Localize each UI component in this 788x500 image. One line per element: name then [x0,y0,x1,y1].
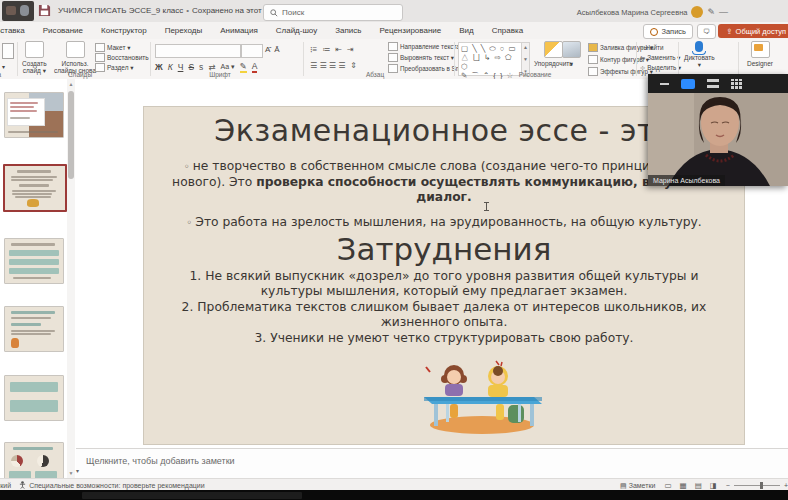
font-name-select[interactable] [155,44,241,58]
notes-splitter-icon[interactable]: ▾ [76,467,79,474]
paste-button[interactable]: ▾ [2,43,14,65]
tab-draw[interactable]: Рисование [34,26,92,35]
scroll-down-icon[interactable]: ▼ [67,470,75,476]
font-color-button[interactable]: А [252,61,258,73]
quick-styles-button[interactable]: ▾ [562,41,581,67]
tab-review[interactable]: Рецензирование [370,26,450,35]
accessibility-checker[interactable]: Специальные возможности: проверьте реком… [19,481,205,489]
paragraph-group-label: Абзац [345,71,405,78]
align-icons[interactable]: ☰ ☰ ☰ ☰ [310,61,345,70]
scrollbar-thumb[interactable] [68,91,74,179]
italic-button[interactable]: К [168,62,173,72]
account-name: Асылбекова Марина Сергеевна [577,8,688,17]
notes-toggle-button[interactable]: ▤ Заметки [620,482,655,490]
gallery-view-icon[interactable] [731,79,742,89]
replace-button[interactable]: ⇋Заменить ▾ [640,54,681,61]
notes-panel[interactable]: Щелкните, чтобы добавить заметки ▾ [76,448,788,479]
numbered-list[interactable]: 1.Не всякий выпускник «дозрел» до того у… [174,269,714,347]
numbering-button[interactable]: ≔ [322,45,330,54]
language-indicator[interactable]: русский [0,482,11,489]
scroll-up-icon[interactable]: ▲ [67,81,75,87]
slide-sorter-icon[interactable]: ▦ [680,481,687,490]
slide-thumbnail-panel: ▲ ▼ [0,79,77,478]
zoom-slider[interactable] [734,485,780,486]
reuse-slides-button[interactable]: Использ.слайды снова [54,41,96,74]
font-size-select[interactable] [241,44,263,58]
notes-placeholder[interactable]: Щелкните, чтобы добавить заметки [86,456,235,466]
zoom-control[interactable]: − + [726,482,788,489]
share-icon: ⇪ [726,27,732,36]
layout-button[interactable]: Макет ▾ [95,43,130,52]
grow-font-button[interactable]: А̂ [265,45,270,54]
video-call-overlay[interactable]: Марина Асылбекова [648,74,788,186]
designer-button[interactable]: Designer [747,41,773,67]
comment-icon: 🗨 [703,28,710,35]
ribbon-tabs: Вставка Рисование Конструктор Переходы А… [0,22,532,39]
tab-record[interactable]: Запись [326,26,370,35]
reset-button[interactable]: Восстановить [95,53,149,62]
new-slide-button[interactable]: Создатьслайд ▾ [22,41,47,74]
bold-button[interactable]: Ж [155,62,163,72]
window-corner-graphic [2,1,34,21]
slide-thumbnail-1[interactable] [4,92,64,138]
indent-increase-button[interactable]: ⇥ [347,45,354,54]
slide-body-text[interactable]: не творчество в собственном смысле слова… [156,159,732,239]
reading-view-icon[interactable]: ▤ [695,481,702,490]
drawing-group-label: Рисование [500,71,570,78]
microphone-icon [695,41,703,52]
account-area[interactable]: Асылбекова Марина Сергеевна ✎ — [577,6,728,18]
dictate-button[interactable]: Диктовать▾ [684,41,715,68]
zoom-out-button[interactable]: − [726,482,730,489]
change-case-button[interactable]: Аа ▾ [220,63,234,71]
comments-button[interactable]: 🗨 [697,24,716,39]
tab-help[interactable]: Справка [483,26,532,35]
meeting-frame-detail [82,492,302,499]
zoom-slider-knob[interactable] [760,482,763,489]
line-spacing-button[interactable]: ⇕ [350,61,357,70]
tab-view[interactable]: Вид [450,26,482,35]
slideshow-icon[interactable]: ◨ [710,481,717,490]
tab-transitions[interactable]: Переходы [156,26,212,35]
record-button[interactable]: Запись [643,24,693,39]
minimize-icon[interactable]: — [719,7,728,17]
slides-group-label: Слайды [50,71,110,78]
find-button[interactable]: ⌕Найти [640,43,681,51]
slide-thumbnail-5[interactable] [4,375,64,421]
video-overlay-toolbar [648,74,788,93]
accessibility-icon [19,481,26,489]
minimize-video-icon[interactable] [660,83,669,85]
slide-thumbnail-2-selected[interactable] [3,164,67,212]
slide-thumbnail-4[interactable] [4,306,64,352]
indent-decrease-button[interactable]: ⇤ [335,45,342,54]
title-bar: УЧИМСЯ ПИСАТЬ ЭССЕ_9 класс•Сохранено на … [0,0,788,23]
zoom-in-button[interactable]: + [784,482,788,489]
shrink-font-button[interactable]: А̌ [274,45,279,54]
share-button[interactable]: ⇪ Общий доступ [718,24,788,38]
search-input[interactable]: Поиск [263,4,403,21]
bullets-button[interactable]: ⁝≡ [310,45,317,54]
slide-subheading[interactable]: Затруднения [144,231,744,267]
list-view-icon[interactable] [707,79,719,88]
tab-animations[interactable]: Анимация [211,26,267,35]
thumbnail-scrollbar[interactable]: ▲ ▼ [67,79,75,478]
search-icon [270,9,278,17]
underline-button[interactable]: Ч [178,62,184,72]
slide-thumbnail-6[interactable] [4,442,64,478]
save-icon[interactable] [38,4,51,17]
tab-insert[interactable]: Вставка [0,26,34,35]
tab-design[interactable]: Конструктор [92,26,156,35]
tab-slideshow[interactable]: Слайд-шоу [267,26,326,35]
ribbon-tab-row: Вставка Рисование Конструктор Переходы А… [0,22,788,39]
list-item: 2.Проблематика текстов слишком бывает да… [174,300,714,330]
clipboard-group-label: Буфер обмена [0,71,14,78]
bullet-2: Это работа на зрелость мышления, на эруд… [156,215,732,231]
avatar[interactable] [691,6,703,18]
slide-thumbnail-3[interactable] [4,238,64,284]
normal-view-icon[interactable]: ▭ [664,481,671,490]
select-button[interactable]: ⊹Выделить ▾ [640,64,681,71]
pen-icon[interactable]: ✎ [707,7,715,17]
children-at-desk-illustration [412,359,552,437]
font-group-label: Шрифт [190,71,250,78]
speaker-view-icon[interactable] [681,79,695,89]
text-cursor [486,202,487,211]
